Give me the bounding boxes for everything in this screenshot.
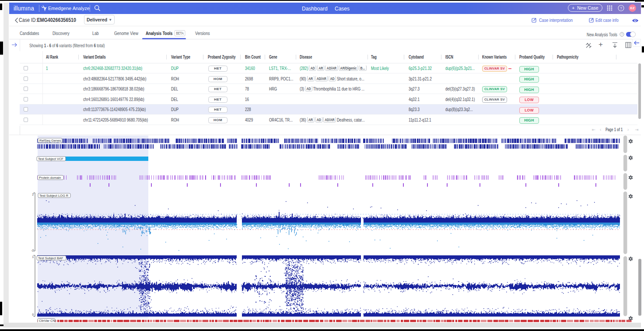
svg-text:1: 1 <box>32 255 34 258</box>
svg-text:2: 2 <box>32 193 34 196</box>
svg-text:Test Subject VCF: Test Subject VCF <box>38 157 63 161</box>
svg-text:RefSeq Genes: RefSeq Genes <box>39 139 61 143</box>
svg-text:ClinVar CN: ClinVar CN <box>39 319 55 322</box>
svg-text:-2: -2 <box>31 249 34 252</box>
svg-text:?: ? <box>620 6 622 10</box>
svg-text:Test Subject BAF: Test Subject BAF <box>38 256 63 260</box>
svg-text:0: 0 <box>32 313 34 316</box>
svg-text:Test Subject LOG R: Test Subject LOG R <box>39 194 69 198</box>
svg-text:?: ? <box>621 33 623 36</box>
svg-text:Protein domain: Protein domain <box>39 176 61 180</box>
